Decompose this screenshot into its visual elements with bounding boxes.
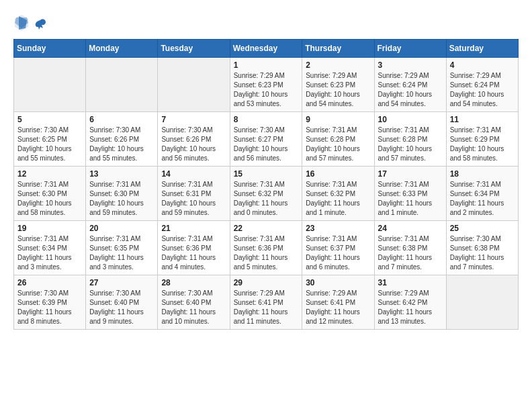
calendar-cell: 7Sunrise: 7:30 AM Sunset: 6:26 PM Daylig… [158,112,230,167]
day-info: Sunrise: 7:29 AM Sunset: 6:24 PM Dayligh… [450,71,515,109]
week-row-3: 12Sunrise: 7:31 AM Sunset: 6:30 PM Dayli… [14,167,519,221]
calendar-cell: 22Sunrise: 7:31 AM Sunset: 6:36 PM Dayli… [230,221,302,275]
day-info: Sunrise: 7:31 AM Sunset: 6:28 PM Dayligh… [378,126,443,163]
calendar-cell [86,58,158,112]
day-number: 20 [89,224,154,233]
day-info: Sunrise: 7:31 AM Sunset: 6:36 PM Dayligh… [161,234,226,272]
day-info: Sunrise: 7:29 AM Sunset: 6:24 PM Dayligh… [378,71,443,109]
week-row-5: 26Sunrise: 7:30 AM Sunset: 6:39 PM Dayli… [14,275,519,330]
day-info: Sunrise: 7:30 AM Sunset: 6:25 PM Dayligh… [17,126,82,163]
day-number: 22 [234,224,299,233]
calendar-cell: 27Sunrise: 7:30 AM Sunset: 6:40 PM Dayli… [86,275,158,330]
calendar-cell [158,58,230,112]
day-number: 21 [161,224,226,233]
weekday-header-sunday: Sunday [14,40,86,58]
weekday-header-row: SundayMondayTuesdayWednesdayThursdayFrid… [14,40,519,58]
day-info: Sunrise: 7:31 AM Sunset: 6:33 PM Dayligh… [378,180,443,218]
calendar-cell: 18Sunrise: 7:31 AM Sunset: 6:34 PM Dayli… [446,167,518,221]
day-info: Sunrise: 7:31 AM Sunset: 6:30 PM Dayligh… [89,180,154,218]
day-info: Sunrise: 7:30 AM Sunset: 6:26 PM Dayligh… [89,126,154,163]
day-number: 3 [378,60,443,70]
calendar-cell: 28Sunrise: 7:30 AM Sunset: 6:40 PM Dayli… [158,275,230,330]
day-info: Sunrise: 7:29 AM Sunset: 6:41 PM Dayligh… [306,289,370,326]
weekday-header-friday: Friday [374,40,446,58]
day-info: Sunrise: 7:31 AM Sunset: 6:35 PM Dayligh… [89,234,154,272]
weekday-header-wednesday: Wednesday [230,40,302,58]
calendar-cell: 3Sunrise: 7:29 AM Sunset: 6:24 PM Daylig… [374,58,446,112]
weekday-header-thursday: Thursday [302,40,374,58]
day-info: Sunrise: 7:31 AM Sunset: 6:28 PM Dayligh… [306,126,370,163]
calendar-cell: 6Sunrise: 7:30 AM Sunset: 6:26 PM Daylig… [86,112,158,167]
calendar-cell: 24Sunrise: 7:31 AM Sunset: 6:38 PM Dayli… [374,221,446,275]
day-number: 13 [89,169,154,179]
logo-bird-icon [34,17,47,31]
day-info: Sunrise: 7:30 AM Sunset: 6:40 PM Dayligh… [161,289,226,326]
calendar-cell: 1Sunrise: 7:29 AM Sunset: 6:23 PM Daylig… [230,58,302,112]
calendar-cell: 4Sunrise: 7:29 AM Sunset: 6:24 PM Daylig… [446,58,518,112]
day-number: 14 [161,169,226,179]
day-number: 30 [306,278,370,287]
calendar-cell: 2Sunrise: 7:29 AM Sunset: 6:23 PM Daylig… [302,58,374,112]
day-number: 25 [450,224,515,233]
day-info: Sunrise: 7:31 AM Sunset: 6:30 PM Dayligh… [17,180,82,218]
calendar-cell: 11Sunrise: 7:31 AM Sunset: 6:29 PM Dayli… [446,112,518,167]
day-number: 8 [234,115,299,124]
week-row-1: 1Sunrise: 7:29 AM Sunset: 6:23 PM Daylig… [14,58,519,112]
day-info: Sunrise: 7:31 AM Sunset: 6:32 PM Dayligh… [234,180,299,218]
calendar-cell: 14Sunrise: 7:31 AM Sunset: 6:31 PM Dayli… [158,167,230,221]
day-info: Sunrise: 7:31 AM Sunset: 6:31 PM Dayligh… [161,180,226,218]
day-info: Sunrise: 7:31 AM Sunset: 6:37 PM Dayligh… [306,234,370,272]
day-info: Sunrise: 7:30 AM Sunset: 6:26 PM Dayligh… [161,126,226,163]
calendar-cell: 26Sunrise: 7:30 AM Sunset: 6:39 PM Dayli… [14,275,86,330]
day-number: 11 [450,115,515,124]
logo-icon [13,13,30,32]
day-info: Sunrise: 7:29 AM Sunset: 6:23 PM Dayligh… [306,71,370,109]
day-info: Sunrise: 7:31 AM Sunset: 6:34 PM Dayligh… [17,234,82,272]
weekday-header-tuesday: Tuesday [158,40,230,58]
weekday-header-monday: Monday [86,40,158,58]
calendar-cell: 30Sunrise: 7:29 AM Sunset: 6:41 PM Dayli… [302,275,374,330]
day-number: 15 [234,169,299,179]
day-number: 24 [378,224,443,233]
day-number: 29 [234,278,299,287]
calendar-cell [14,58,86,112]
week-row-4: 19Sunrise: 7:31 AM Sunset: 6:34 PM Dayli… [14,221,519,275]
calendar-cell: 21Sunrise: 7:31 AM Sunset: 6:36 PM Dayli… [158,221,230,275]
calendar-cell: 31Sunrise: 7:29 AM Sunset: 6:42 PM Dayli… [374,275,446,330]
day-number: 12 [17,169,82,179]
day-number: 28 [161,278,226,287]
day-number: 17 [378,169,443,179]
calendar-cell: 10Sunrise: 7:31 AM Sunset: 6:28 PM Dayli… [374,112,446,167]
day-number: 10 [378,115,443,124]
calendar-cell: 23Sunrise: 7:31 AM Sunset: 6:37 PM Dayli… [302,221,374,275]
calendar-cell: 8Sunrise: 7:30 AM Sunset: 6:27 PM Daylig… [230,112,302,167]
calendar-cell: 20Sunrise: 7:31 AM Sunset: 6:35 PM Dayli… [86,221,158,275]
day-info: Sunrise: 7:30 AM Sunset: 6:39 PM Dayligh… [17,289,82,326]
day-number: 9 [306,115,370,124]
calendar-table: SundayMondayTuesdayWednesdayThursdayFrid… [13,39,519,330]
day-number: 6 [89,115,154,124]
calendar-cell: 25Sunrise: 7:30 AM Sunset: 6:38 PM Dayli… [446,221,518,275]
calendar-cell: 19Sunrise: 7:31 AM Sunset: 6:34 PM Dayli… [14,221,86,275]
day-info: Sunrise: 7:29 AM Sunset: 6:23 PM Dayligh… [234,71,299,109]
day-number: 18 [450,169,515,179]
page-header [13,13,519,32]
day-number: 31 [378,278,443,287]
calendar-cell: 5Sunrise: 7:30 AM Sunset: 6:25 PM Daylig… [14,112,86,167]
day-info: Sunrise: 7:30 AM Sunset: 6:27 PM Dayligh… [234,126,299,163]
day-number: 5 [17,115,82,124]
logo [13,13,47,32]
calendar-cell: 13Sunrise: 7:31 AM Sunset: 6:30 PM Dayli… [86,167,158,221]
logo-text [32,17,47,28]
day-info: Sunrise: 7:30 AM Sunset: 6:40 PM Dayligh… [89,289,154,326]
day-number: 26 [17,278,82,287]
day-info: Sunrise: 7:29 AM Sunset: 6:41 PM Dayligh… [234,289,299,326]
day-number: 4 [450,60,515,70]
day-info: Sunrise: 7:31 AM Sunset: 6:32 PM Dayligh… [306,180,370,218]
day-info: Sunrise: 7:31 AM Sunset: 6:36 PM Dayligh… [234,234,299,272]
day-info: Sunrise: 7:30 AM Sunset: 6:38 PM Dayligh… [450,234,515,272]
day-number: 23 [306,224,370,233]
day-info: Sunrise: 7:31 AM Sunset: 6:38 PM Dayligh… [378,234,443,272]
calendar-cell: 16Sunrise: 7:31 AM Sunset: 6:32 PM Dayli… [302,167,374,221]
calendar-cell [446,275,518,330]
